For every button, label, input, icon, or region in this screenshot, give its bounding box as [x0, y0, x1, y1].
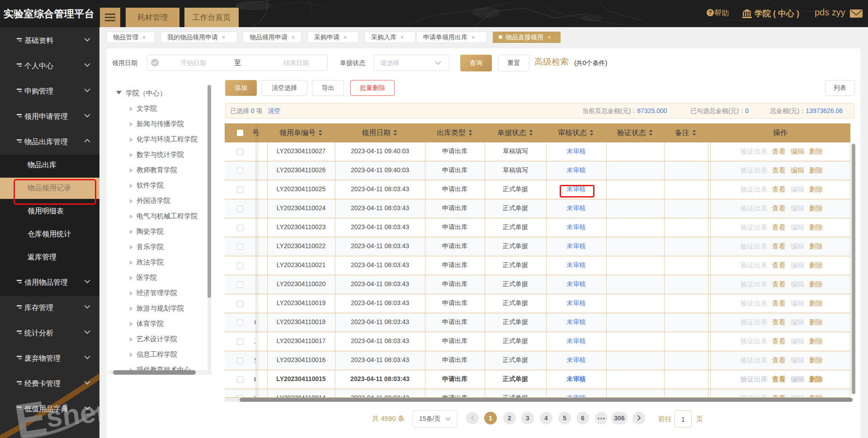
svg-text:E: E	[11, 391, 50, 438]
